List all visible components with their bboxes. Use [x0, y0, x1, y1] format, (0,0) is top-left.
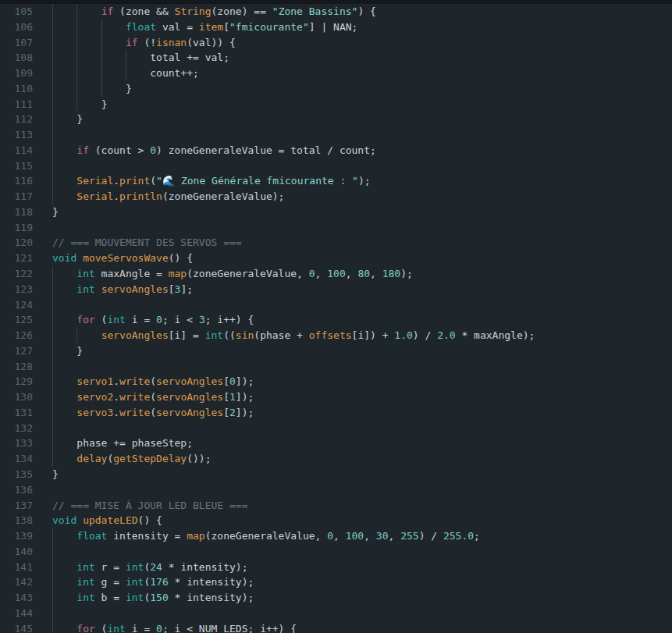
code-text[interactable]: for (int i = 0; i < 3; i++) {	[52, 312, 672, 328]
code-tokens: if (zone && String(zone) == "Zone Bassin…	[52, 5, 376, 17]
code-text[interactable]: }	[52, 112, 672, 127]
code-text[interactable]: }	[52, 343, 672, 359]
code-text[interactable]	[52, 606, 672, 621]
code-text[interactable]	[52, 359, 672, 375]
code-text[interactable]: int maxAngle = map(zoneGeneraleValue, 0,…	[52, 266, 672, 282]
code-text[interactable]	[52, 158, 672, 174]
code-line[interactable]: 123 int servoAngles[3];	[0, 282, 672, 297]
code-line[interactable]: 133 phase += phaseStep;	[0, 436, 672, 451]
indent-guide	[52, 282, 53, 297]
code-text[interactable]: // === MOUVEMENT DES SERVOS ===	[52, 235, 672, 251]
indent-guide	[52, 50, 53, 66]
indent-guide	[52, 189, 53, 204]
code-text[interactable]: int b = int(150 * intensity);	[52, 590, 672, 606]
code-text[interactable]	[52, 421, 672, 436]
code-line[interactable]: 130 servo2.write(servoAngles[1]);	[0, 389, 672, 405]
code-line[interactable]: 114 if (count > 0) zoneGeneraleValue = t…	[0, 143, 672, 158]
code-line[interactable]: 134 delay(getStepDelay());	[0, 451, 672, 467]
code-text[interactable]: Serial.print("🌊 Zone Générale fmicourant…	[52, 173, 672, 189]
code-text[interactable]: total += val;	[52, 50, 672, 66]
code-editor[interactable]: 105 if (zone && String(zone) == "Zone Ba…	[0, 4, 672, 633]
code-line[interactable]: 107 if (!isnan(val)) {	[0, 35, 672, 51]
code-text[interactable]: Serial.println(zoneGeneraleValue);	[52, 189, 672, 204]
code-tokens: int servoAngles[3];	[52, 283, 193, 295]
code-line[interactable]: 144	[0, 606, 672, 621]
code-text[interactable]: if (count > 0) zoneGeneraleValue = total…	[52, 143, 672, 158]
code-text[interactable]: void updateLED() {	[52, 513, 672, 528]
code-text[interactable]: for (int i = 0; i < NUM_LEDS; i++) {	[52, 621, 672, 633]
code-text[interactable]	[52, 482, 672, 498]
code-line[interactable]: 111 }	[0, 97, 672, 112]
code-line[interactable]: 116 Serial.print("🌊 Zone Générale fmicou…	[0, 173, 672, 189]
code-line[interactable]: 121void moveServosWave() {	[0, 251, 672, 266]
code-text[interactable]: phase += phaseStep;	[52, 436, 672, 451]
code-line[interactable]: 138void updateLED() {	[0, 513, 672, 528]
code-line[interactable]: 110 }	[0, 81, 672, 97]
code-line[interactable]: 115	[0, 158, 672, 174]
code-line[interactable]: 125 for (int i = 0; i < 3; i++) {	[0, 312, 672, 328]
code-line[interactable]: 137// === MISE À JOUR LED BLEUE ===	[0, 498, 672, 514]
code-line[interactable]: 106 float val = item["fmicourante"] | NA…	[0, 20, 672, 35]
code-line[interactable]: 127 }	[0, 343, 672, 359]
code-text[interactable]: }	[52, 81, 672, 97]
code-text[interactable]: if (zone && String(zone) == "Zone Bassin…	[52, 4, 672, 20]
line-number: 138	[0, 513, 33, 528]
code-line[interactable]: 113	[0, 127, 672, 143]
code-tokens: int g = int(176 * intensity);	[52, 576, 254, 588]
code-line[interactable]: 112 }	[0, 112, 672, 127]
code-line[interactable]: 140	[0, 544, 672, 560]
code-text[interactable]: float val = item["fmicourante"] | NAN;	[52, 20, 672, 35]
code-text[interactable]: if (!isnan(val)) {	[52, 35, 672, 51]
line-number: 112	[0, 112, 33, 127]
code-text[interactable]: float intensity = map(zoneGeneraleValue,…	[52, 528, 672, 544]
indent-guide	[52, 312, 53, 328]
code-line[interactable]: 120// === MOUVEMENT DES SERVOS ===	[0, 235, 672, 251]
code-text[interactable]: // === MISE À JOUR LED BLEUE ===	[52, 498, 672, 514]
code-line[interactable]: 105 if (zone && String(zone) == "Zone Ba…	[0, 4, 672, 20]
code-line[interactable]: 145 for (int i = 0; i < NUM_LEDS; i++) {	[0, 621, 672, 633]
code-line[interactable]: 128	[0, 359, 672, 375]
code-text[interactable]: int servoAngles[3];	[52, 282, 672, 297]
code-tokens: Serial.println(zoneGeneraleValue);	[52, 190, 284, 202]
code-tokens: }	[52, 468, 59, 480]
code-line[interactable]: 142 int g = int(176 * intensity);	[0, 574, 672, 590]
code-text[interactable]: servoAngles[i] = int((sin(phase + offset…	[52, 328, 672, 343]
code-line[interactable]: 141 int r = int(24 * intensity);	[0, 560, 672, 575]
code-text[interactable]	[52, 127, 672, 143]
code-line[interactable]: 122 int maxAngle = map(zoneGeneraleValue…	[0, 266, 672, 282]
code-text[interactable]	[52, 297, 672, 313]
indent-guide	[52, 560, 53, 575]
code-line[interactable]: 131 servo3.write(servoAngles[2]);	[0, 405, 672, 421]
line-number: 117	[0, 189, 33, 204]
code-line[interactable]: 135}	[0, 467, 672, 482]
indent-guide	[52, 590, 53, 606]
code-text[interactable]: int r = int(24 * intensity);	[52, 560, 672, 575]
indent-guide	[52, 544, 53, 560]
code-text[interactable]: delay(getStepDelay());	[52, 451, 672, 467]
code-text[interactable]	[52, 544, 672, 560]
code-line[interactable]: 109 count++;	[0, 66, 672, 81]
code-line[interactable]: 132	[0, 421, 672, 436]
indent-guide	[76, 66, 77, 81]
code-line[interactable]: 143 int b = int(150 * intensity);	[0, 590, 672, 606]
code-text[interactable]: servo1.write(servoAngles[0]);	[52, 374, 672, 389]
code-line[interactable]: 119	[0, 220, 672, 236]
code-line[interactable]: 118}	[0, 204, 672, 220]
code-line[interactable]: 126 servoAngles[i] = int((sin(phase + of…	[0, 328, 672, 343]
code-text[interactable]: }	[52, 204, 672, 220]
code-text[interactable]: count++;	[52, 66, 672, 81]
code-text[interactable]: servo2.write(servoAngles[1]);	[52, 389, 672, 405]
code-text[interactable]: int g = int(176 * intensity);	[52, 574, 672, 590]
code-line[interactable]: 108 total += val;	[0, 50, 672, 66]
code-text[interactable]: }	[52, 97, 672, 112]
code-line[interactable]: 136	[0, 482, 672, 498]
code-line[interactable]: 139 float intensity = map(zoneGeneraleVa…	[0, 528, 672, 544]
code-line[interactable]: 124	[0, 297, 672, 313]
code-text[interactable]: }	[52, 467, 672, 482]
line-number: 139	[0, 528, 33, 544]
code-text[interactable]	[52, 220, 672, 236]
code-text[interactable]: void moveServosWave() {	[52, 251, 672, 266]
code-line[interactable]: 117 Serial.println(zoneGeneraleValue);	[0, 189, 672, 204]
code-line[interactable]: 129 servo1.write(servoAngles[0]);	[0, 374, 672, 389]
code-text[interactable]: servo3.write(servoAngles[2]);	[52, 405, 672, 421]
